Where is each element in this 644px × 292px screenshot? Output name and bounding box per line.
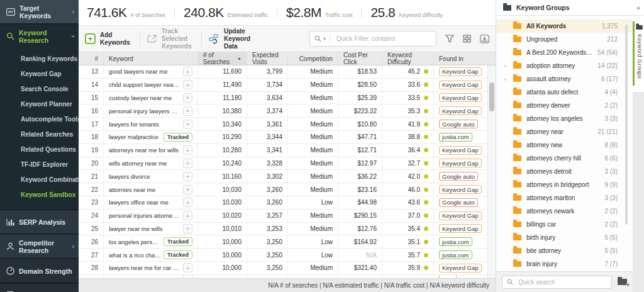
groups-scrollbar[interactable]: [625, 25, 628, 225]
export-icon[interactable]: [480, 35, 489, 43]
sidebar-item-reports[interactable]: Reports: [0, 284, 79, 292]
sidebar-item-serp-analysis[interactable]: SERP Analysis: [0, 210, 79, 233]
sidebar-subitem[interactable]: Keyword Gap: [0, 67, 79, 82]
table-row[interactable]: 15 custody lawyer near me + 11,180 3,634…: [79, 92, 496, 105]
column-header-competition[interactable]: Competition: [288, 52, 338, 65]
column-header-found-in[interactable]: Found in: [434, 52, 487, 65]
add-group-folder-button[interactable]: [618, 279, 627, 285]
sidebar-item-target-keywords[interactable]: Target Keywords ›: [0, 0, 79, 23]
expand-arrow-icon[interactable]: ›: [504, 63, 506, 69]
add-to-tracking-button[interactable]: +: [183, 198, 192, 207]
table-row[interactable]: 21 lawyers divorce + 10,160 3,302 Medium…: [79, 170, 496, 183]
column-header-keyword[interactable]: Keyword: [104, 52, 198, 65]
sidebar-subitem[interactable]: Search Console: [0, 82, 79, 97]
keyword-text: custody lawyer near me: [109, 94, 180, 101]
table-row[interactable]: 24 personal injuries attorneys near... +…: [79, 210, 496, 223]
competition-cell: Medium: [288, 104, 338, 117]
table-row[interactable]: 14 child support lawyer near me + 11,490…: [79, 79, 496, 92]
keyword-group-item[interactable]: atlanta auto defect 4 (4): [496, 86, 633, 99]
sidebar-item-competitor-research[interactable]: Competitor Research ›: [0, 235, 79, 258]
add-to-tracking-button[interactable]: +: [183, 172, 192, 181]
folder-icon: [513, 155, 521, 161]
column-header-cpc[interactable]: Cost Per Click: [338, 52, 382, 65]
keyword-groups-vertical-tab[interactable]: Keyword Groups: [633, 21, 644, 86]
folder-icon: [513, 182, 521, 188]
add-to-tracking-button[interactable]: +: [183, 120, 192, 129]
keyword-group-item[interactable]: birth injury 5 (5): [496, 231, 633, 244]
column-header-searches[interactable]: # of Searches ▼: [198, 52, 247, 65]
sidebar-subitem[interactable]: Ranking Keywords: [0, 52, 79, 67]
table-row[interactable]: 17 lawyers for tenants + 10,340 3,361 Me…: [79, 118, 496, 131]
table-row[interactable]: 22 attornies near me + 10,030 3,260 Medi…: [79, 183, 496, 196]
keyword-group-item[interactable]: › adoption attorney 14 (22): [496, 59, 633, 72]
add-to-tracking-button[interactable]: +: [183, 80, 192, 89]
keyword-group-item[interactable]: A Best 200 Keywords for Lawyers 54 (54): [496, 46, 633, 59]
cpc-cell: $25.39: [338, 92, 382, 104]
keyword-group-item[interactable]: attorney near 21 (21): [496, 125, 633, 138]
group-label: All Keywords: [526, 23, 566, 30]
sidebar-subitem[interactable]: Autocomplete Tools: [0, 112, 79, 127]
sidebar-subitem[interactable]: Related Searches: [0, 127, 79, 142]
search-icon: [314, 35, 321, 42]
table-row[interactable]: 23 lawyers office near me + 10,030 3,260…: [79, 196, 496, 210]
collapse-panel-button[interactable]: »: [633, 0, 644, 16]
sidebar-subitem[interactable]: Keyword Sandbox: [0, 188, 79, 203]
add-keywords-button[interactable]: + Add Keywords: [85, 31, 133, 47]
table-row[interactable]: 25 lawyer near me wills + 10,010 3,253 M…: [79, 223, 496, 236]
group-quick-search-input[interactable]: [517, 278, 607, 286]
add-to-tracking-button[interactable]: +: [183, 263, 192, 272]
filter-mode-caret-icon[interactable]: ▾: [323, 36, 326, 42]
keyword-group-item[interactable]: Ungrouped 212: [496, 33, 633, 46]
table-scrollbar[interactable]: [487, 65, 496, 278]
keyword-group-item[interactable]: brain injury 7 (7): [496, 257, 633, 271]
table-row[interactable]: 20 wills attorney near me + 10,240 3,328…: [79, 157, 496, 171]
add-to-tracking-button[interactable]: +: [183, 211, 192, 220]
column-header-difficulty[interactable]: Keyword Difficulty: [382, 52, 434, 65]
column-header-expected-visits[interactable]: Expected Visits: [247, 52, 288, 65]
found-in-badge: Keyword Gap: [439, 146, 482, 155]
keyword-group-item[interactable]: attorneys in bridgeport 9 (9): [496, 178, 633, 191]
add-to-tracking-button[interactable]: +: [183, 145, 192, 155]
column-header-number[interactable]: #: [79, 52, 104, 65]
folder-icon: [503, 5, 511, 11]
keyword-group-item[interactable]: attorney denver 2 (2): [496, 99, 633, 112]
add-to-tracking-button[interactable]: +: [183, 185, 192, 194]
table-row[interactable]: 16 personal injury lawyers near me + 10,…: [79, 104, 496, 118]
table-row[interactable]: 19 attorneys near me for wills + 10,280 …: [79, 144, 496, 157]
keyword-groups-list: All Keywords 1,375 Ungrouped 212 A Best …: [496, 16, 633, 271]
sidebar-subitem[interactable]: Keyword Combinations: [0, 172, 79, 188]
sidebar-subitem[interactable]: Keyword Planner: [0, 97, 79, 112]
columns-grid-icon[interactable]: [463, 35, 471, 43]
table-row[interactable]: 28 lawyers near me for car accident + 10…: [79, 262, 496, 275]
add-to-tracking-button[interactable]: +: [183, 67, 192, 76]
track-selected-keywords-button[interactable]: Track Selected Keywords: [147, 28, 194, 50]
sidebar-subitem[interactable]: TF-IDF Explorer: [0, 157, 79, 172]
keyword-group-item[interactable]: attorneys cherry hill 6 (6): [496, 152, 633, 165]
keyword-group-item[interactable]: All Keywords 1,375: [496, 20, 633, 33]
keyword-group-item[interactable]: attorney los angeles 3 (3): [496, 112, 633, 125]
keyword-group-item[interactable]: › assault attorney 6 (17): [496, 72, 633, 86]
table-row[interactable]: 27 what is a rico charge Tracked 10,000 …: [79, 249, 496, 262]
keyword-group-item[interactable]: attorneys newark 2 (2): [496, 205, 633, 218]
table-row[interactable]: 18 lawyer malpractice Tracked 10,290 3,3…: [79, 131, 496, 144]
quick-filter-input[interactable]: [335, 35, 431, 43]
filter-funnel-icon[interactable]: [445, 35, 454, 43]
cpc-cell: $12.76: [338, 223, 382, 235]
keyword-group-item[interactable]: attorneys detroit 3 (3): [496, 165, 633, 178]
add-to-tracking-button[interactable]: +: [183, 159, 192, 168]
keyword-group-item[interactable]: attorney new 8 (8): [496, 138, 633, 152]
add-to-tracking-button[interactable]: +: [183, 224, 192, 233]
sidebar-item-domain-strength[interactable]: Domain Strength: [0, 259, 79, 283]
scrollbar-thumb[interactable]: [489, 82, 494, 111]
table-row[interactable]: 26 los angeles personal inj... Tracked 1…: [79, 235, 496, 249]
keyword-group-item[interactable]: bite attorney 5 (5): [496, 244, 633, 257]
add-to-tracking-button[interactable]: +: [183, 106, 192, 116]
update-keyword-data-button[interactable]: Update Keyword Data: [209, 28, 257, 50]
sidebar-item-keyword-research[interactable]: Keyword Research ›: [0, 25, 79, 48]
table-row[interactable]: 13 good lawyers near me + 11,690 3,799 M…: [79, 65, 496, 79]
keyword-group-item[interactable]: billings car 2 (2): [496, 218, 633, 231]
expand-arrow-icon[interactable]: ›: [504, 76, 506, 82]
sidebar-subitem[interactable]: Related Questions: [0, 142, 79, 157]
add-to-tracking-button[interactable]: +: [183, 93, 192, 103]
keyword-group-item[interactable]: attorneys marlton 3 (3): [496, 191, 633, 205]
